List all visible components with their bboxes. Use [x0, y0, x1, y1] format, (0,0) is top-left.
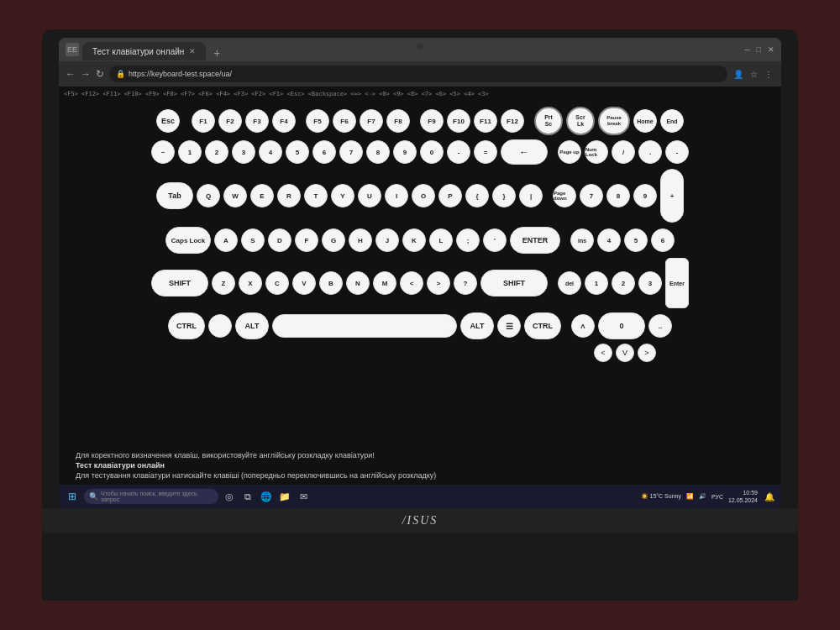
key-t[interactable]: T — [304, 184, 328, 207]
key-arrow-left[interactable]: < — [594, 344, 612, 362]
key-j[interactable]: J — [375, 228, 399, 252]
key-0[interactable]: 0 — [420, 140, 444, 164]
key-slash[interactable]: ? — [454, 271, 477, 295]
taskbar-volume-icon[interactable]: 🔊 — [699, 493, 706, 500]
key-quote[interactable]: ' — [483, 228, 507, 252]
key-9[interactable]: 9 — [393, 140, 417, 164]
key-w[interactable]: W — [223, 184, 247, 207]
key-pageup[interactable]: Page up — [558, 140, 581, 164]
back-button[interactable]: ← — [66, 68, 76, 80]
key-m[interactable]: M — [373, 271, 396, 295]
key-capslock[interactable]: Caps Lock — [165, 227, 211, 254]
key-5[interactable]: 5 — [286, 140, 309, 164]
key-num2[interactable]: 2 — [612, 271, 635, 295]
key-4[interactable]: 4 — [259, 140, 282, 164]
taskbar-notification-icon[interactable]: 🔔 — [763, 490, 776, 503]
key-num3[interactable]: 3 — [638, 271, 662, 295]
key-numenter[interactable]: Enter — [665, 258, 689, 308]
key-minus[interactable]: - — [447, 140, 470, 164]
key-numlock[interactable]: Num Lock — [585, 140, 608, 164]
key-backslash[interactable]: | — [519, 184, 543, 207]
key-lctrl[interactable]: CTRL — [168, 312, 205, 339]
key-pagedown[interactable]: Page down — [553, 184, 576, 207]
key-lalt[interactable]: ALT — [235, 312, 269, 339]
address-bar[interactable]: 🔒 https://keyboard-test.space/ua/ — [109, 66, 727, 82]
key-backspace[interactable]: ← — [501, 139, 548, 165]
key-enter[interactable]: ENTER — [510, 227, 560, 254]
key-f12[interactable]: F12 — [501, 109, 524, 133]
key-comma[interactable]: < — [400, 271, 423, 295]
key-s[interactable]: S — [241, 228, 265, 252]
key-f11[interactable]: F11 — [474, 109, 497, 133]
key-n[interactable]: N — [346, 271, 370, 295]
taskbar-folder-icon[interactable]: 📁 — [277, 489, 292, 504]
key-menu[interactable]: ☰ — [497, 314, 521, 338]
minimize-button[interactable]: ─ — [744, 45, 749, 54]
key-equals[interactable]: = — [474, 140, 497, 164]
key-y[interactable]: Y — [331, 184, 354, 207]
tab-close-button[interactable]: ✕ — [189, 47, 196, 55]
key-8[interactable]: 8 — [366, 140, 390, 164]
key-prtsc[interactable]: PrtSc — [534, 107, 563, 135]
key-6[interactable]: 6 — [312, 140, 336, 164]
key-7[interactable]: 7 — [339, 140, 363, 164]
key-q[interactable]: Q — [197, 184, 220, 207]
key-rctrl[interactable]: CTRL — [524, 312, 561, 339]
key-f[interactable]: F — [295, 228, 318, 252]
key-l[interactable]: L — [429, 228, 453, 252]
key-num-slash[interactable]: / — [612, 140, 635, 164]
key-2[interactable]: 2 — [205, 140, 228, 164]
key-num5[interactable]: 5 — [624, 228, 648, 252]
key-f3[interactable]: F3 — [245, 109, 269, 133]
key-num9[interactable]: 9 — [633, 184, 657, 207]
key-o[interactable]: O — [412, 184, 435, 207]
key-g[interactable]: G — [322, 228, 345, 252]
key-pause[interactable]: Pausebreak — [598, 107, 630, 135]
key-i[interactable]: I — [385, 184, 408, 207]
star-button[interactable]: ☆ — [748, 68, 759, 80]
key-z[interactable]: Z — [212, 271, 235, 295]
key-f4[interactable]: F4 — [272, 109, 296, 133]
key-e[interactable]: E — [250, 184, 274, 207]
key-num6[interactable]: 6 — [651, 228, 675, 252]
close-button[interactable]: ✕ — [768, 45, 774, 54]
key-k[interactable]: K — [402, 228, 426, 252]
key-f10[interactable]: F10 — [447, 109, 470, 133]
key-tilde[interactable]: ~ — [151, 140, 175, 164]
key-f9[interactable]: F9 — [420, 109, 444, 133]
key-u[interactable]: U — [358, 184, 381, 207]
key-num4[interactable]: 4 — [597, 228, 621, 252]
key-fn[interactable] — [208, 314, 232, 338]
key-f7[interactable]: F7 — [360, 109, 383, 133]
key-ralt[interactable]: ALT — [460, 312, 494, 339]
key-f1[interactable]: F1 — [192, 109, 215, 133]
key-num7[interactable]: 7 — [580, 184, 603, 207]
key-num-period[interactable]: .. — [648, 314, 672, 338]
key-del[interactable]: del — [558, 271, 581, 295]
key-num0[interactable]: 0 — [598, 312, 645, 339]
key-num1[interactable]: 1 — [585, 271, 608, 295]
key-esc[interactable]: Esc — [156, 109, 180, 133]
taskbar-taskview-icon[interactable]: ⧉ — [240, 489, 255, 504]
key-arrow-down[interactable]: V — [616, 344, 634, 362]
key-semicolon[interactable]: ; — [456, 228, 480, 252]
start-button[interactable]: ⊞ — [64, 488, 81, 505]
key-1[interactable]: 1 — [178, 140, 202, 164]
key-tab[interactable]: Tab — [156, 182, 193, 209]
key-p[interactable]: P — [438, 184, 462, 207]
key-rbracket[interactable]: } — [492, 184, 516, 207]
key-f2[interactable]: F2 — [218, 109, 242, 133]
active-tab[interactable]: Тест клавіатури онлайн ✕ — [82, 42, 206, 60]
key-arrow-right[interactable]: > — [638, 344, 656, 362]
key-f8[interactable]: F8 — [386, 109, 410, 133]
reload-button[interactable]: ↻ — [96, 68, 104, 80]
key-num-plus[interactable]: + — [660, 169, 684, 223]
key-r[interactable]: R — [277, 184, 301, 207]
key-x[interactable]: X — [239, 271, 262, 295]
key-rshift[interactable]: SHIFT — [480, 270, 548, 297]
key-lshift[interactable]: SHIFT — [151, 270, 208, 297]
forward-button[interactable]: → — [81, 68, 91, 80]
key-num-dot[interactable]: . — [638, 140, 662, 164]
key-arr-up-left[interactable]: Λ — [571, 314, 595, 338]
new-tab-button[interactable]: + — [209, 45, 224, 60]
